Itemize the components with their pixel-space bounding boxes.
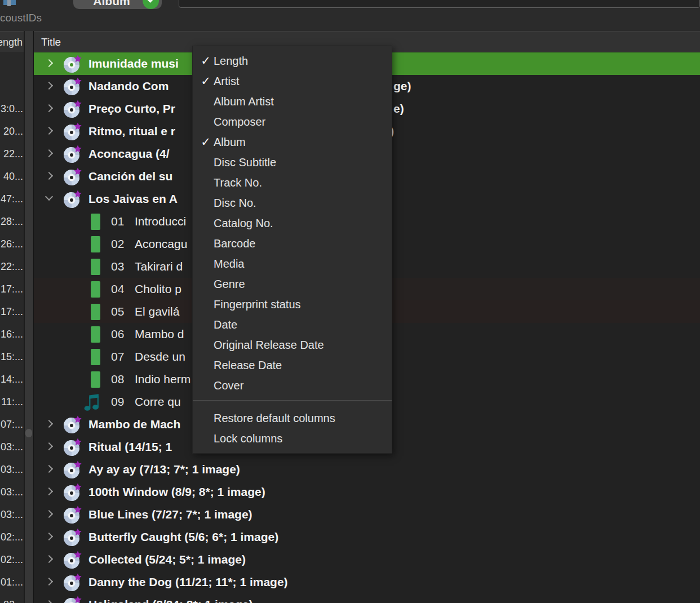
matched-track-icon [91, 304, 100, 320]
menu-item-media[interactable]: Media [193, 254, 392, 274]
menu-item-genre[interactable]: Genre [193, 274, 392, 294]
track-number: 03 [111, 255, 124, 278]
track-title: Aconcagu [135, 233, 187, 255]
track-title: Desde un [135, 345, 185, 368]
chevron-collapsed-icon[interactable] [45, 442, 53, 450]
menu-item-barcode[interactable]: Barcode [193, 233, 392, 254]
cd-album-icon-wrap [63, 460, 83, 482]
length-cell: 01:... [0, 571, 23, 593]
chevron-collapsed-icon[interactable] [45, 82, 53, 90]
length-column-header[interactable]: Length [0, 31, 24, 52]
vertical-scrollbar-thumb[interactable] [25, 429, 32, 437]
menu-item-date[interactable]: Date [193, 314, 392, 335]
track-title: El gavilá [135, 300, 179, 323]
length-cell: 47:... [0, 188, 23, 210]
title-column-header-label: Title [41, 32, 61, 52]
matched-track-icon [91, 349, 100, 365]
menu-item-release-date[interactable]: Release Date [193, 355, 392, 375]
menu-item-track-no-[interactable]: Track No. [193, 172, 392, 193]
chevron-collapsed-icon[interactable] [45, 420, 53, 428]
album-row[interactable]: Heligoland (8/24; 8*; 1 image) [34, 593, 700, 603]
chevron-collapsed-icon[interactable] [45, 487, 53, 495]
menu-item-disc-no-[interactable]: Disc No. [193, 193, 392, 213]
menu-item-disc-subtitle[interactable]: Disc Subtitle [193, 152, 392, 172]
album-row[interactable]: Danny the Dog (11/21; 11*; 1 image) [34, 571, 700, 593]
album-row[interactable]: Blue Lines (7/27; 7*; 1 image) [34, 503, 700, 526]
menu-item-restore-default-columns[interactable]: Restore default columns [193, 408, 392, 428]
track-title: Corre qu [135, 391, 181, 413]
matched-track-icon [91, 214, 100, 230]
track-number: 02 [111, 233, 124, 255]
menu-item-cover[interactable]: Cover [193, 375, 392, 396]
cd-album-icon [63, 167, 83, 187]
cd-album-icon [63, 482, 83, 503]
cd-album-icon [63, 54, 83, 74]
matched-track-icon [91, 236, 100, 252]
length-cell: 03:... [0, 436, 23, 458]
menu-item-fingerprint-status[interactable]: Fingerprint status [193, 294, 392, 314]
album-row[interactable]: Collected (5/24; 5*; 1 image) [34, 548, 700, 571]
album-row[interactable]: Ay ay ay (7/13; 7*; 1 image) [34, 458, 700, 481]
cd-album-icon-wrap [63, 573, 83, 595]
cd-album-icon [63, 595, 83, 603]
cd-album-icon [63, 573, 83, 593]
menu-item-lock-columns[interactable]: Lock columns [193, 428, 392, 449]
track-title: Indio herm [135, 368, 190, 391]
album-title: 100th Window (8/9; 8*; 1 image) [88, 481, 265, 503]
length-column-header-label: Length [0, 32, 23, 52]
length-cell: 17:... [0, 300, 23, 323]
menu-item-album-artist[interactable]: Album Artist [193, 91, 392, 112]
chevron-collapsed-icon[interactable] [45, 578, 53, 586]
chevron-collapsed-icon[interactable] [45, 555, 53, 563]
menu-item-length[interactable]: ✓Length [193, 51, 392, 71]
album-title: Danny the Dog (11/21; 11*; 1 image) [88, 571, 288, 593]
album-row[interactable]: Butterfly Caught (5/6; 6*; 1 image) [34, 526, 700, 548]
chevron-collapsed-icon[interactable] [45, 465, 53, 473]
cd-album-icon [63, 99, 83, 119]
cd-album-icon-wrap [63, 482, 83, 505]
chevron-collapsed-icon[interactable] [45, 104, 53, 112]
cd-album-icon-wrap [63, 527, 83, 550]
album-title: Canción del su [88, 165, 172, 188]
length-cell: 14:... [0, 368, 23, 391]
album-title: Los Jaivas en A [88, 188, 178, 210]
column-context-menu: ✓Length✓ArtistAlbum ArtistComposer✓Album… [192, 46, 392, 454]
chevron-collapsed-icon[interactable] [45, 600, 53, 603]
album-title: Ritual (14/15; 1 [88, 436, 172, 458]
vertical-scrollbar-track[interactable] [24, 31, 33, 603]
menu-item-original-release-date[interactable]: Original Release Date [193, 335, 392, 355]
checkmark-icon: ✓ [198, 132, 214, 152]
chevron-expanded-icon[interactable] [45, 193, 53, 201]
chevron-collapsed-icon[interactable] [45, 127, 53, 135]
chevron-down-icon [147, 0, 154, 3]
search-type-dropdown[interactable]: Album [73, 0, 162, 9]
chevron-collapsed-icon[interactable] [45, 59, 53, 67]
cd-album-icon-wrap [63, 167, 83, 189]
length-cell: 3:0... [0, 97, 23, 120]
album-row[interactable]: 100th Window (8/9; 8*; 1 image) [34, 481, 700, 503]
submit-acoustids-button[interactable]: coustIDs [0, 0, 68, 31]
menu-item-composer[interactable]: Composer [193, 112, 392, 132]
length-cell: 40... [0, 165, 23, 188]
album-title: Heligoland (8/24; 8*; 1 image) [88, 593, 253, 603]
chevron-collapsed-icon[interactable] [45, 172, 53, 180]
cd-album-icon [63, 144, 83, 165]
track-title: Takirari d [135, 255, 183, 278]
length-cell: 11:... [0, 391, 23, 413]
menu-item-catalog-no-[interactable]: Catalog No. [193, 213, 392, 233]
matched-track-icon [91, 281, 100, 298]
search-input[interactable] [179, 0, 700, 8]
track-number: 08 [111, 368, 124, 391]
track-number: 01 [111, 210, 124, 233]
album-title: Mambo de Mach [88, 413, 180, 436]
chevron-collapsed-icon[interactable] [45, 149, 53, 157]
length-cell: 02... [0, 593, 23, 603]
menu-item-album[interactable]: ✓Album [193, 132, 392, 152]
menu-item-artist[interactable]: ✓Artist [193, 71, 392, 91]
chevron-collapsed-icon[interactable] [45, 533, 53, 540]
chevron-collapsed-icon[interactable] [45, 510, 53, 518]
dropdown-circle[interactable] [143, 0, 159, 9]
cd-album-icon [63, 189, 83, 210]
matched-track-icon [91, 371, 100, 388]
length-cell: 28:... [0, 210, 23, 233]
